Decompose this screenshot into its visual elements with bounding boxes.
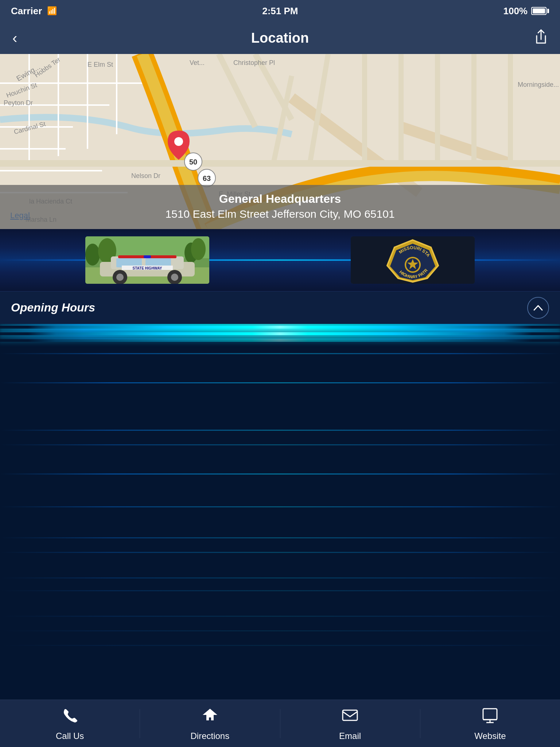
svg-text:E Elm St: E Elm St — [88, 61, 113, 68]
back-button[interactable]: ‹ — [9, 26, 21, 50]
tab-bar: Call Us Directions Email W — [0, 700, 560, 747]
status-right: 100% — [503, 5, 549, 17]
call-us-label: Call Us — [56, 731, 84, 741]
location-name: General Headquarters — [11, 192, 549, 206]
svg-point-38 — [174, 137, 183, 146]
photo-car-thumb[interactable]: STATE HIGHWAY — [85, 236, 209, 284]
photos-section: STATE HIGHWAY MISSOURI STATE — [0, 229, 560, 291]
email-icon — [341, 706, 359, 728]
svg-text:50: 50 — [189, 158, 197, 166]
directions-icon — [201, 706, 219, 728]
opening-hours-bar[interactable]: Opening Hours — [0, 291, 560, 324]
svg-text:STATE HIGHWAY: STATE HIGHWAY — [133, 266, 162, 270]
call-icon — [61, 706, 79, 728]
tab-email[interactable]: Email — [280, 702, 420, 745]
svg-text:63: 63 — [203, 174, 211, 182]
email-label: Email — [339, 731, 361, 741]
map-container[interactable]: Ewing... Hobbs Ter Houchin St Cardinal S… — [0, 54, 560, 229]
battery-icon — [531, 7, 549, 15]
svg-point-48 — [191, 238, 206, 260]
svg-rect-61 — [144, 255, 151, 258]
tab-directions[interactable]: Directions — [140, 702, 280, 745]
svg-rect-69 — [483, 709, 497, 720]
svg-text:Nelson Dr: Nelson Dr — [131, 172, 160, 179]
svg-text:Christopher Pl: Christopher Pl — [233, 59, 275, 66]
directions-label: Directions — [191, 731, 230, 741]
svg-point-56 — [116, 274, 124, 281]
svg-text:Peyton Dr: Peyton Dr — [4, 99, 33, 107]
svg-text:Vet...: Vet... — [190, 59, 205, 66]
svg-rect-68 — [343, 710, 357, 720]
tab-call-us[interactable]: Call Us — [0, 702, 140, 745]
svg-point-45 — [85, 244, 100, 266]
photo-car-image: STATE HIGHWAY — [85, 236, 209, 284]
website-icon — [481, 706, 499, 728]
status-bar: Carrier 📶 2:51 PM 100% — [0, 0, 560, 22]
svg-text:Morningside...: Morningside... — [518, 81, 559, 88]
share-button[interactable] — [531, 25, 551, 51]
photo-badge-image: MISSOURI STATE HIGHWAY PATROL — [351, 236, 475, 284]
carrier-label: Carrier — [11, 5, 42, 17]
opening-hours-toggle[interactable] — [527, 297, 549, 319]
location-address: 1510 East Elm Street Jefferson City, MO … — [11, 208, 549, 220]
tab-website[interactable]: Website — [420, 702, 560, 745]
blue-streaks-background — [0, 324, 560, 700]
battery-percent: 100% — [503, 5, 528, 17]
wifi-icon: 📶 — [47, 6, 57, 16]
svg-point-57 — [171, 274, 178, 281]
opening-hours-label: Opening Hours — [11, 301, 95, 314]
nav-bar: ‹ Location — [0, 22, 560, 54]
status-left: Carrier 📶 — [11, 5, 57, 17]
time-label: 2:51 PM — [262, 5, 298, 17]
website-label: Website — [474, 731, 506, 741]
page-title: Location — [251, 30, 309, 46]
map-address-overlay: General Headquarters 1510 East Elm Stree… — [0, 185, 560, 229]
photo-badge-thumb[interactable]: MISSOURI STATE HIGHWAY PATROL — [351, 236, 475, 284]
